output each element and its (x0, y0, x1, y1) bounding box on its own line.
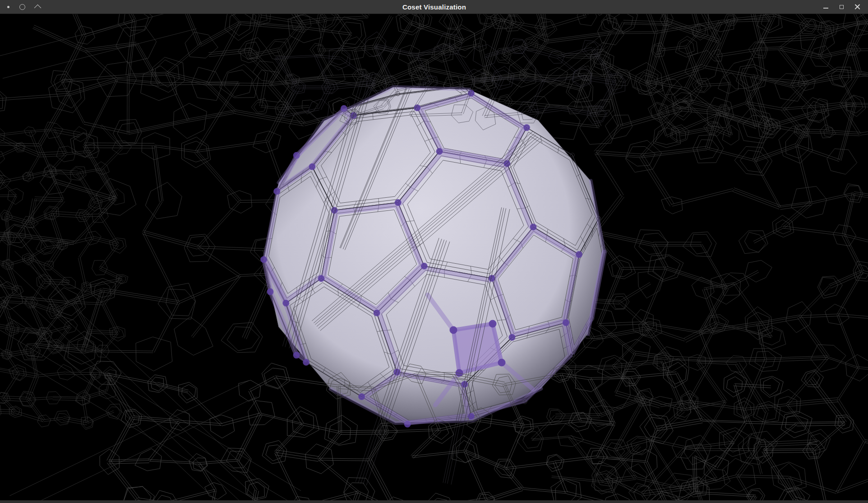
window-controls (757, 3, 868, 11)
maximize-icon (840, 5, 844, 9)
chevron-up-icon[interactable] (34, 5, 42, 12)
app-window: Coset Visualization (0, 0, 868, 503)
viewport-3d[interactable] (0, 14, 868, 500)
coset-scene (0, 14, 868, 500)
minimize-button[interactable] (822, 3, 830, 11)
close-button[interactable] (853, 3, 861, 11)
status-dot-icon (7, 6, 9, 8)
titlebar-left-icons (0, 3, 111, 10)
window-title: Coset Visualization (111, 3, 757, 11)
maximize-button[interactable] (837, 3, 845, 11)
minimize-icon (823, 8, 828, 9)
circle-icon[interactable] (19, 4, 25, 10)
window-bottom-border (0, 500, 868, 503)
titlebar: Coset Visualization (0, 0, 868, 14)
